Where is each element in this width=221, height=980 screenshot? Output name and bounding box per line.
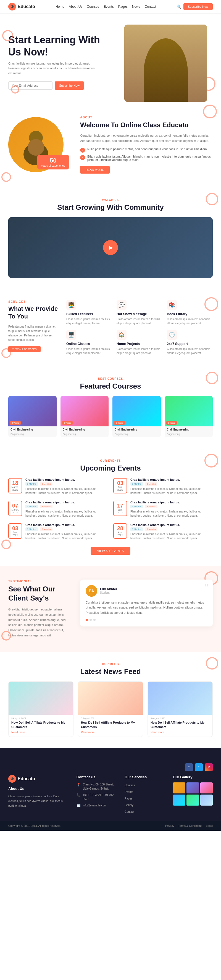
dot-1[interactable] <box>86 619 88 621</box>
events-grid: 18 March, 2021 Cras facilisis ornare ips… <box>8 478 213 540</box>
footer-bottom-links: Privacy Terms & Conditions Legal <box>165 824 213 827</box>
event-month-0: March, 2021 <box>10 486 21 491</box>
search-icon[interactable]: 🔍 <box>176 5 181 9</box>
service-desc-5: Class ornare ipsum lorem a facilisis elt… <box>167 347 213 355</box>
event-item-2[interactable]: 07 March, 2021 Cras facilisis ornare ips… <box>8 501 108 518</box>
gallery-thumb-2[interactable] <box>186 783 199 794</box>
event-location-tag-5: 3 Months <box>130 527 143 531</box>
deco-ring-test-2 <box>2 631 11 641</box>
event-item-0[interactable]: 18 March, 2021 Cras facilisis ornare ips… <box>8 478 108 495</box>
footer-link-courses[interactable]: Courses <box>125 784 135 787</box>
testimonial-card-wrap: " EA Elly Akhter Student Curabitur trist… <box>80 579 213 627</box>
nav-events[interactable]: Events <box>104 5 114 8</box>
email-icon: ✉️ <box>77 803 81 808</box>
nav-about[interactable]: About Us <box>69 5 82 8</box>
events-view-all-button[interactable]: VIEW ALL EVENTS <box>91 547 131 555</box>
footer-logo-icon: 🎓 <box>8 775 16 783</box>
footer-email-text: info@example.com <box>83 803 107 808</box>
course-badge-1: 3 Years <box>62 421 73 425</box>
dot-3[interactable] <box>93 619 96 621</box>
dot-2[interactable] <box>90 619 92 621</box>
event-day-2: 07 <box>10 503 21 508</box>
news-item-0[interactable]: 3 August, 2021 How Do I Sell Affiliate P… <box>8 681 74 737</box>
course-image-3: 3 Years <box>165 396 213 426</box>
nav-news[interactable]: News <box>132 5 140 8</box>
footer-legal-link[interactable]: Legal <box>206 824 213 827</box>
hero-bg-shape <box>124 25 207 102</box>
nav-pages[interactable]: Pages <box>118 5 128 8</box>
course-item-3[interactable]: 3 Years Civil Engineering Engineering <box>165 396 213 437</box>
news-image-2 <box>148 682 213 715</box>
service-title-3: Online Classes <box>66 342 112 346</box>
footer-link-gallery[interactable]: Gallery <box>125 803 133 807</box>
footer-terms-link[interactable]: Terms & Conditions <box>178 824 202 827</box>
course-badge-0: 3 Years <box>10 421 21 425</box>
about-image-wrap: 50 years of experience <box>8 117 69 172</box>
hero-subscribe-button[interactable]: Subscribe Now <box>55 81 84 90</box>
about-read-more-button[interactable]: READ MORE <box>80 166 110 173</box>
event-month-3: Jan, 2021 <box>115 508 125 514</box>
service-title-1: Hot Show Message <box>117 312 162 316</box>
navbar: 🎓 Educato Home About Us Courses Events P… <box>0 0 221 14</box>
event-item-3[interactable]: 17 Jan, 2021 Cras facilisis ornare ipsum… <box>113 501 213 518</box>
point-text-1: Nulla pellentesque posuere metus, sed he… <box>87 147 207 151</box>
gallery-thumb-6[interactable] <box>200 795 213 806</box>
video-player[interactable] <box>8 217 213 278</box>
hero-person-image <box>124 25 207 102</box>
twitter-button[interactable]: t <box>195 764 203 771</box>
services-view-all-button[interactable]: VIEW ALL SERVICES <box>8 346 41 352</box>
news-item-1[interactable]: 3 August, 2021 How Do I Sell Affiliate P… <box>78 681 143 737</box>
services-layout: Services What We Provide To You Pellente… <box>8 300 213 355</box>
event-info-3: Cras facilisis ornare ipsum luctus. 3 Mo… <box>130 501 213 518</box>
event-day-0: 18 <box>10 480 21 486</box>
event-month-2: March, 2021 <box>10 508 21 514</box>
course-badge-3: 3 Years <box>166 421 177 425</box>
event-day-5: 28 <box>115 525 125 531</box>
community-section: Watch Us Start Growing With Community <box>0 188 221 289</box>
course-image-0: 3 Years <box>8 396 57 426</box>
news-item-2[interactable]: 3 August, 2021 How Do I Sell Affiliate P… <box>147 681 213 737</box>
play-button[interactable] <box>103 240 118 255</box>
footer-link-events[interactable]: Events <box>125 791 133 794</box>
instagram-button[interactable]: in <box>205 764 213 771</box>
years-label: years of experience <box>41 164 65 167</box>
check-icon-2: ✓ <box>80 155 85 160</box>
gallery-thumb-1[interactable] <box>173 783 185 794</box>
course-item-1[interactable]: 3 Years Civil Engineering Engineering <box>61 396 109 437</box>
news-readmore-0[interactable]: Read more <box>8 731 73 737</box>
nav-courses[interactable]: Courses <box>87 5 99 8</box>
footer-services-title: Our Services <box>125 775 164 779</box>
deco-ring-svc-1 <box>204 297 218 311</box>
facebook-button[interactable]: f <box>185 764 193 771</box>
event-item-1[interactable]: 03 Jun, 2021 Cras facilisis ornare ipsum… <box>113 478 213 495</box>
event-item-5[interactable]: 28 Apr, 2021 Cras facilisis ornare ipsum… <box>113 523 213 540</box>
person-name: Elly Akhter <box>100 587 117 591</box>
testimonial-tag: Testimonial <box>8 579 69 583</box>
event-item-4[interactable]: 03 Jun, 2021 Cras facilisis ornare ipsum… <box>8 523 108 540</box>
courses-header: Best Courses Featured Courses <box>8 377 213 390</box>
footer-link-contact[interactable]: Contact <box>125 810 134 813</box>
news-readmore-2[interactable]: Read more <box>148 731 213 737</box>
news-readmore-1[interactable]: Read more <box>78 731 143 737</box>
home-projects-icon: 🏠 <box>117 330 127 340</box>
nav-home[interactable]: Home <box>56 5 64 8</box>
gallery-thumb-3[interactable] <box>200 783 213 794</box>
logo[interactable]: 🎓 Educato <box>8 3 35 11</box>
about-point-1: ✓ Nulla pellentesque posuere metus, sed … <box>80 147 213 153</box>
event-title-5: Cras facilisis ornare ipsum luctus. <box>130 523 213 527</box>
service-title-2: Book Library <box>167 312 213 316</box>
course-item-0[interactable]: 3 Years Civil Engineering Engineering <box>8 396 57 437</box>
service-desc-0: Class ornare ipsum lorem a facilisis elt… <box>66 317 112 325</box>
course-item-2[interactable]: 3 Years Civil Engineering Engineering <box>112 396 161 437</box>
footer-gallery-title: Our Gallery <box>173 775 213 779</box>
services-title: What We Provide To You <box>8 305 58 321</box>
gallery-thumb-4[interactable] <box>173 795 185 806</box>
footer-contact-col: Contact Us 📍 Class No. 09, 100 Street, L… <box>77 775 116 816</box>
service-desc-3: Class ornare ipsum lorem a facilisis elt… <box>66 347 112 355</box>
footer-link-pages[interactable]: Pages <box>125 797 132 800</box>
nav-contact[interactable]: Contact <box>145 5 156 8</box>
footer-privacy-link[interactable]: Privacy <box>165 824 174 827</box>
subscribe-button[interactable]: Subscribe Now <box>183 3 213 10</box>
event-info-4: Cras facilisis ornare ipsum luctus. 3 Mo… <box>26 523 108 540</box>
gallery-thumb-5[interactable] <box>186 795 199 806</box>
